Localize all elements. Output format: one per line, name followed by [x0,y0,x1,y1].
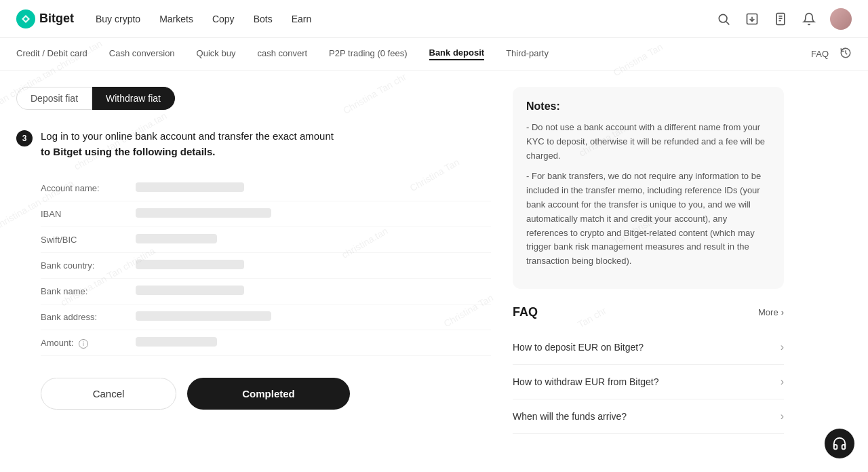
bell-icon[interactable] [802,12,816,26]
faq-section: FAQ More › How to deposit EUR on Bitget?… [513,305,784,434]
form-row-amount: Amount: i [41,330,491,356]
logo-icon [16,9,35,28]
nav-links: Buy crypto Markets Copy Bots Earn [96,14,311,24]
step-description: Log in to your online bank account and t… [41,129,334,159]
value-bank-name [136,286,491,297]
faq-question-3: When will the funds arrive? [513,411,627,422]
svg-point-0 [719,14,727,22]
faq-more-label: More [758,307,778,317]
value-swift [136,234,491,245]
history-icon[interactable] [840,47,852,62]
subnav-cash-convert[interactable]: cash convert [257,48,307,60]
faq-chevron-2: › [781,376,784,388]
faq-item-2[interactable]: How to withdraw EUR from Bitget? › [513,365,784,399]
value-bank-country [136,260,491,271]
label-bank-name: Bank name: [41,286,136,296]
svg-line-1 [726,21,730,24]
tab-deposit-fiat[interactable]: Deposit fiat [16,87,92,110]
amount-info-icon[interactable]: i [79,339,88,349]
action-buttons: Cancel Completed [41,378,491,410]
subnav-third-party[interactable]: Third-party [506,48,549,60]
notes-content: - Do not use a bank account with a diffe… [526,121,770,269]
form-row-bank-country: Bank country: [41,253,491,279]
subnav-right: FAQ [811,47,852,62]
subnav-p2p-trading[interactable]: P2P trading (0 fees) [329,48,407,60]
logo[interactable]: Bitget [16,9,74,28]
label-iban: IBAN [41,209,136,219]
avatar[interactable] [830,8,852,30]
faq-question-2: How to withdraw EUR from Bitget? [513,376,659,387]
subnav-credit-debit[interactable]: Credit / Debit card [16,48,87,60]
form-row-account-name: Account name: [41,176,491,201]
label-amount: Amount: i [41,338,136,349]
value-account-name [136,182,491,194]
left-panel: Deposit fiat Withdraw fiat 3 Log in to y… [16,87,491,434]
nav-earn[interactable]: Earn [292,14,312,24]
notes-item-2: - For bank transfers, we do not require … [526,170,770,269]
top-navigation: Bitget Buy crypto Markets Copy Bots Earn [0,0,868,38]
label-account-name: Account name: [41,183,136,193]
tab-buttons: Deposit fiat Withdraw fiat [16,87,491,110]
label-bank-address: Bank address: [41,312,136,322]
step-3-header: 3 Log in to your online bank account and… [16,129,491,159]
main-content: Deposit fiat Withdraw fiat 3 Log in to y… [0,71,868,450]
right-panel: Notes: - Do not use a bank account with … [513,87,784,434]
faq-question-1: How to deposit EUR on Bitget? [513,342,644,353]
subnav-quick-buy[interactable]: Quick buy [197,48,236,60]
step-number: 3 [16,130,33,146]
faq-title: FAQ [513,305,538,319]
faq-item-3[interactable]: When will the funds arrive? › [513,399,784,434]
subnav-cash-conversion[interactable]: Cash conversion [109,48,175,60]
notes-item-1: - Do not use a bank account with a diffe… [526,121,770,163]
nav-right [716,8,852,30]
nav-bots[interactable]: Bots [254,14,273,24]
step-text-part1: Log in to your online bank account and t… [41,130,334,142]
form-row-bank-address: Bank address: [41,304,491,330]
label-bank-country: Bank country: [41,260,136,271]
label-swift: Swift/BIC [41,235,136,245]
form-row-iban: IBAN [41,201,491,227]
form-row-bank-name: Bank name: [41,279,491,304]
notes-box: Notes: - Do not use a bank account with … [513,87,784,289]
faq-chevron-3: › [781,410,784,422]
nav-copy[interactable]: Copy [212,14,235,24]
value-amount [136,337,491,349]
nav-buy-crypto[interactable]: Buy crypto [96,14,140,24]
value-bank-address [136,311,491,323]
faq-link[interactable]: FAQ [811,49,829,59]
sub-navigation: Credit / Debit card Cash conversion Quic… [0,38,868,71]
bank-details-form: Account name: IBAN Swift/BIC Bank countr… [41,176,491,356]
faq-item-1[interactable]: How to deposit EUR on Bitget? › [513,330,784,365]
notes-title: Notes: [526,100,770,113]
step-text-part2: to Bitget using the following details. [41,146,216,157]
subnav-bank-deposit[interactable]: Bank deposit [429,47,485,60]
faq-chevron-1: › [781,341,784,353]
download-icon[interactable] [745,12,760,26]
form-row-swift: Swift/BIC [41,227,491,253]
logo-text: Bitget [39,12,74,26]
orders-icon[interactable] [773,12,788,26]
tab-withdraw-fiat[interactable]: Withdraw fiat [92,87,175,110]
value-iban [136,208,491,220]
faq-header: FAQ More › [513,305,784,319]
nav-markets[interactable]: Markets [159,14,193,24]
faq-more-link[interactable]: More › [758,307,784,317]
cancel-button[interactable]: Cancel [41,378,176,410]
faq-more-chevron: › [781,307,784,317]
search-icon[interactable] [716,12,731,26]
completed-button[interactable]: Completed [187,378,350,410]
